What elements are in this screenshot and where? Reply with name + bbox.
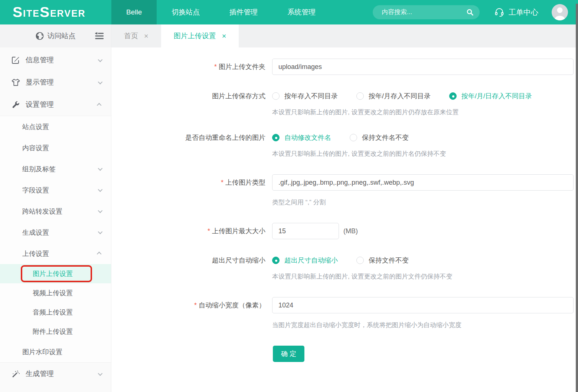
form-content: *图片上传文件夹 图片上传保存方式 按年存入不同目录 按年/月存入不同目录 按年… xyxy=(111,47,578,362)
field-label: 上传图片类型 xyxy=(225,179,265,186)
form-row-auto-shrink: 超出尺寸自动缩小 超出尺寸自动缩小 保持文件不变 本设置只影响新上传的图片, 设… xyxy=(111,256,578,281)
top-bar: SITESERVER Belle 切换站点 插件管理 系统管理 xyxy=(0,0,578,24)
sidebar-item-site-settings[interactable]: 站点设置 xyxy=(0,116,111,137)
avatar[interactable] xyxy=(552,4,568,20)
form-row-image-types: *上传图片类型 类型之间用 “,” 分割 xyxy=(111,174,578,207)
radio-icon xyxy=(350,134,357,141)
sidebar-item-attachment-upload-settings[interactable]: 附件上传设置 xyxy=(0,322,111,341)
radio-icon xyxy=(356,92,364,100)
required-marker: * xyxy=(221,179,223,186)
logo-text: S xyxy=(13,6,23,18)
ticket-center[interactable]: 工单中心 xyxy=(494,7,538,17)
chevron-down-icon xyxy=(98,166,103,171)
tab-image-upload-settings[interactable]: 图片上传设置 × xyxy=(161,24,239,47)
required-marker: * xyxy=(214,63,217,70)
radio-save-by-year[interactable]: 按年存入不同目录 xyxy=(272,92,338,101)
upload-folder-input[interactable] xyxy=(272,59,574,75)
sidebar-menu: 信息管理 显示管理 设置管理 站点设置 内容设置 组别及标签 xyxy=(0,47,111,385)
field-label: 上传图片最大大小 xyxy=(212,227,265,235)
sidebar-item-image-watermark-settings[interactable]: 图片水印设置 xyxy=(0,341,111,362)
sidebar-item-settings-mgmt[interactable]: 设置管理 xyxy=(0,93,111,116)
sidebar-item-generate-settings[interactable]: 生成设置 xyxy=(0,222,111,243)
radio-auto-shrink[interactable]: 超出尺寸自动缩小 xyxy=(272,256,338,265)
sidebar-item-field-settings[interactable]: 字段设置 xyxy=(0,179,111,201)
radio-selected-icon xyxy=(272,257,280,264)
form-row-upload-folder: *图片上传文件夹 xyxy=(111,59,578,75)
sidebar-item-display-mgmt[interactable]: 显示管理 xyxy=(0,71,111,93)
sidebar-item-upload-settings[interactable]: 上传设置 xyxy=(0,243,111,264)
radio-keep-file[interactable]: 保持文件不变 xyxy=(356,256,409,265)
top-bar-right: 工单中心 xyxy=(373,0,578,24)
chevron-down-icon xyxy=(98,79,103,84)
radio-icon xyxy=(356,257,364,264)
required-marker: * xyxy=(194,302,197,309)
chevron-down-icon xyxy=(98,230,103,234)
tab-home[interactable]: 首页 × xyxy=(111,24,161,47)
logo[interactable]: SITESERVER xyxy=(0,0,111,24)
settings-submenu: 站点设置 内容设置 组别及标签 字段设置 跨站转发设置 生成设置 上传设置 图片… xyxy=(0,116,111,363)
chevron-down-icon xyxy=(98,371,103,376)
sidebar-item-image-upload-settings[interactable]: 图片上传设置 xyxy=(0,264,111,283)
help-text: 本设置只影响新上传的图片, 设置更改之前的图片仍存放在原来位置 xyxy=(272,108,574,116)
radio-keep-filename[interactable]: 保持文件名不变 xyxy=(350,133,409,142)
headset-icon xyxy=(494,7,504,17)
form-row-save-mode: 图片上传保存方式 按年存入不同目录 按年/月存入不同目录 按年/月/日存入不同目… xyxy=(111,91,578,116)
sidebar-item-content-settings[interactable]: 内容设置 xyxy=(0,137,111,158)
visit-site-button[interactable]: 访问站点 xyxy=(0,24,111,47)
close-icon[interactable]: × xyxy=(144,32,148,40)
chevron-up-icon xyxy=(97,252,102,257)
field-label: 图片上传文件夹 xyxy=(219,63,265,70)
radio-save-by-year-month-day[interactable]: 按年/月/日存入不同目录 xyxy=(449,92,532,101)
top-nav: Belle 切换站点 插件管理 系统管理 xyxy=(111,0,330,24)
shrink-width-input[interactable] xyxy=(272,297,574,313)
nav-item-system-mgmt[interactable]: 系统管理 xyxy=(272,0,330,24)
search-input[interactable] xyxy=(382,9,466,16)
sidebar-item-video-upload-settings[interactable]: 视频上传设置 xyxy=(0,283,111,303)
help-text: 类型之间用 “,” 分割 xyxy=(272,198,574,207)
scrollbar[interactable] xyxy=(576,4,578,392)
content-search-box[interactable] xyxy=(373,5,480,19)
max-size-input[interactable] xyxy=(272,223,339,239)
help-text: 本设置只影响新上传的图片, 设置更改之前的图片名仍保持不变 xyxy=(272,149,574,158)
globe-icon xyxy=(36,32,44,40)
field-label: 是否自动重命名上传的图片 xyxy=(111,133,272,142)
radio-auto-rename[interactable]: 自动修改文件名 xyxy=(272,133,331,142)
image-types-input[interactable] xyxy=(272,174,574,191)
sidebar-item-generate-mgmt[interactable]: 生成管理 xyxy=(0,363,111,385)
nav-item-site-belle[interactable]: Belle xyxy=(111,0,157,24)
search-icon[interactable] xyxy=(466,9,474,16)
sidebar-item-groups-tags[interactable]: 组别及标签 xyxy=(0,158,111,179)
help-text: 本设置只影响新上传的图片, 设置更改之前的图片文件仍保持不变 xyxy=(272,272,574,281)
sidebar-item-cross-site-forward[interactable]: 跨站转发设置 xyxy=(0,201,111,222)
edit-square-icon xyxy=(11,56,20,64)
sidebar-item-info-mgmt[interactable]: 信息管理 xyxy=(0,49,111,71)
confirm-button[interactable]: 确 定 xyxy=(273,346,304,362)
chevron-down-icon xyxy=(98,208,103,213)
radio-selected-icon xyxy=(449,92,457,100)
field-label: 超出尺寸自动缩小 xyxy=(111,256,272,265)
close-icon[interactable]: × xyxy=(222,32,226,40)
main-area: 首页 × 图片上传设置 × *图片上传文件夹 图片上传保存方式 xyxy=(111,24,578,392)
chevron-up-icon xyxy=(97,103,102,108)
collapse-sidebar-icon[interactable] xyxy=(95,32,104,40)
form-row-auto-rename: 是否自动重命名上传的图片 自动修改文件名 保持文件名不变 本设置只影响新上传的图… xyxy=(111,133,578,158)
tshirt-icon xyxy=(11,78,20,86)
sidebar: 访问站点 信息管理 显示管理 xyxy=(0,24,111,392)
unit-label: (MB) xyxy=(343,223,358,239)
chevron-down-icon xyxy=(98,57,103,62)
nav-item-switch-site[interactable]: 切换站点 xyxy=(157,0,215,24)
wrench-icon xyxy=(11,101,20,109)
sidebar-item-audio-upload-settings[interactable]: 音频上传设置 xyxy=(0,303,111,322)
radio-icon xyxy=(272,92,280,100)
magic-wand-icon xyxy=(11,370,20,378)
radio-selected-icon xyxy=(272,134,280,141)
form-row-max-size: *上传图片最大大小 (MB) xyxy=(111,223,578,239)
help-text: 当图片宽度超出自动缩小宽度时，系统将把图片缩小为自动缩小宽度 xyxy=(272,321,574,329)
nav-item-plugin-mgmt[interactable]: 插件管理 xyxy=(215,0,272,24)
field-label: 图片上传保存方式 xyxy=(111,91,272,101)
visit-site-label: 访问站点 xyxy=(48,31,76,41)
tab-bar: 首页 × 图片上传设置 × xyxy=(111,24,578,47)
form-row-shrink-width: *自动缩小宽度（像素） 当图片宽度超出自动缩小宽度时，系统将把图片缩小为自动缩小… xyxy=(111,297,578,329)
radio-save-by-year-month[interactable]: 按年/月存入不同目录 xyxy=(356,92,431,101)
ticket-center-label: 工单中心 xyxy=(509,7,538,17)
